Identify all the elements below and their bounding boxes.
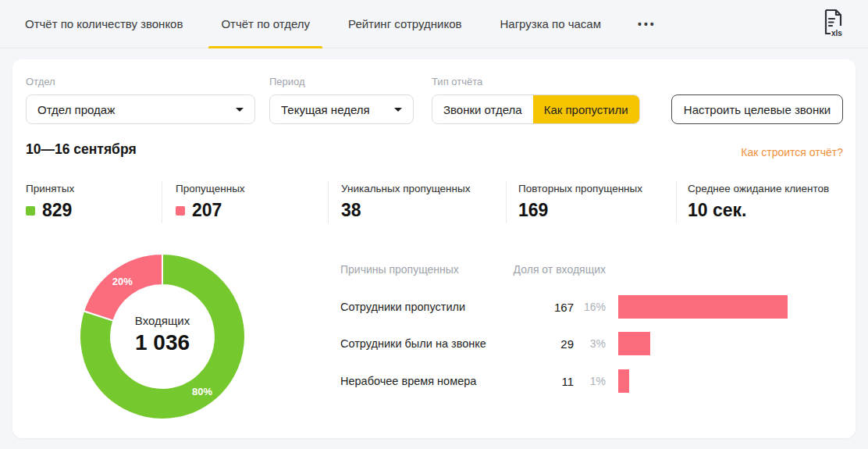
period-select-value: Текущая неделя [281,103,386,116]
stat-label: Уникальных пропущенных [341,183,470,194]
reason-percent: 3% [578,337,606,350]
active-tab-underline [208,46,322,48]
stat-value: 10 сек. [688,200,746,221]
green-legend-swatch [26,206,35,216]
stat-unique-missed: Уникальных пропущенных 38 [341,183,470,221]
divider [506,181,507,223]
tab-label: Отчёт по отделу [221,17,310,30]
xls-document-icon: xls [821,8,845,41]
stat-label: Повторных пропущенных [518,183,642,194]
chevron-down-icon [236,108,244,112]
xls-ext-text: xls [831,29,842,37]
stat-label: Принятых [26,183,74,194]
svg-text:80%: 80% [192,386,212,397]
how-report-built-link[interactable]: Как строится отчёт? [741,146,843,159]
segment-department-calls[interactable]: Звонки отдела [432,95,533,123]
missed-reasons-header-row: Причины пропущенных Доля от входящих [340,263,606,276]
stat-avg-wait: Среднее ожидание клиентов 10 сек. [688,183,829,221]
chevron-down-icon [394,108,402,112]
department-select[interactable]: Отдел продаж [26,94,255,124]
report-type-filter-label: Тип отчёта [432,76,482,87]
tab-department-report[interactable]: Отчёт по отделу [208,0,322,48]
department-select-value: Отдел продаж [37,103,228,116]
share-column-header: Доля от входящих [514,263,606,276]
divider [328,181,329,223]
incoming-calls-donut-chart: 80%20% Входящих 1 036 [74,248,251,425]
stat-label: Среднее ожидание клиентов [688,183,829,194]
divider [676,181,677,223]
report-tab-bar: Отчёт по количеству звонков Отчёт по отд… [0,0,868,48]
missed-reason-row: Нерабочее время номера 11 1% [340,369,843,393]
stat-accepted: Принятых 829 [26,183,74,221]
period-select[interactable]: Текущая неделя [269,94,414,124]
configure-target-calls-button[interactable]: Настроить целевые звонки [671,94,843,124]
tab-load-by-hours[interactable]: Нагрузка по часам [487,0,614,48]
reason-count: 11 [520,375,574,388]
reason-label: Нерабочее время номера [340,375,476,387]
tab-label: Рейтинг сотрудников [348,17,461,30]
reason-bar [618,369,629,393]
ellipsis-icon: ••• [638,18,656,30]
stat-value: 207 [192,200,222,221]
stat-value: 169 [518,200,548,221]
tab-label: Отчёт по количеству звонков [25,17,183,30]
donut-chart-svg: 80%20% [74,248,251,425]
more-tabs-button[interactable]: ••• [627,0,667,48]
reason-label: Сотрудники были на звонке [340,337,486,350]
reason-count: 167 [520,301,574,314]
segment-how-missed[interactable]: Как пропустили [533,95,639,123]
tab-calls-count-report[interactable]: Отчёт по количеству звонков [12,0,195,48]
tab-employee-rating[interactable]: Рейтинг сотрудников [336,0,474,48]
stat-repeat-missed: Повторных пропущенных 169 [518,183,642,221]
reasons-column-header: Причины пропущенных [340,263,459,276]
reason-bar [618,295,788,319]
reason-label: Сотрудники пропустили [340,301,465,313]
pink-legend-swatch [176,206,185,216]
missed-reason-row: Сотрудники пропустили 167 16% [340,295,843,319]
period-filter-label: Период [269,76,305,87]
reason-percent: 16% [578,301,606,313]
stat-label: Пропущенных [176,183,245,194]
department-report-card: Отдел Отдел продаж Период Текущая неделя… [12,59,856,438]
reason-percent: 1% [578,375,606,387]
reason-bar [618,332,650,355]
stat-missed: Пропущенных 207 [176,183,245,221]
export-xls-button[interactable]: xls [821,0,845,48]
stat-value: 38 [341,200,361,221]
tab-label: Нагрузка по часам [500,17,601,30]
date-range-title: 10—16 сентября [26,141,137,158]
reason-count: 29 [520,337,574,351]
svg-text:20%: 20% [112,276,133,287]
divider [162,181,162,223]
stat-value: 829 [42,200,72,221]
report-type-toggle: Звонки отдела Как пропустили [432,94,640,124]
missed-reason-row: Сотрудники были на звонке 29 3% [340,332,843,355]
department-filter-label: Отдел [26,76,55,87]
